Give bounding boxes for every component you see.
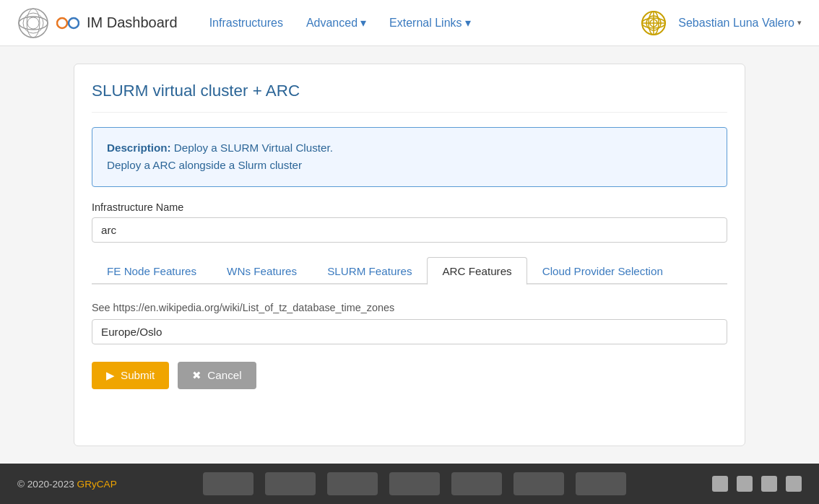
submit-button[interactable]: ▶ Submit: [92, 362, 169, 389]
external-links-dropdown-icon: ▾: [465, 16, 471, 30]
footer-logo-sprint: [451, 472, 502, 495]
tab-fe-node-features[interactable]: FE Node Features: [92, 257, 212, 284]
footer-logo-egi-energy: [389, 472, 440, 495]
main-card: SLURM virtual cluster + ARC Description:…: [74, 64, 745, 446]
user-menu[interactable]: Sebastian Luna Valero ▾: [678, 17, 802, 30]
infra-name-group: Infrastructure Name: [92, 201, 727, 243]
action-buttons: ▶ Submit ✖ Cancel: [92, 362, 727, 389]
tab-slurm-features[interactable]: SLURM Features: [312, 257, 427, 284]
svg-point-1: [23, 13, 43, 33]
footer-icons: [712, 476, 802, 492]
description-label: Description:: [107, 142, 171, 154]
infra-name-label: Infrastructure Name: [92, 201, 727, 213]
github-icon[interactable]: [712, 476, 728, 492]
nav-advanced[interactable]: Advanced ▾: [298, 10, 375, 35]
main-content: SLURM virtual cluster + ARC Description:…: [0, 46, 819, 464]
footer: © 2020-2023 GRyCAP: [0, 464, 819, 504]
description-box: Description: Deploy a SLURM Virtual Clus…: [92, 127, 727, 187]
globe-icon[interactable]: [641, 10, 667, 36]
tab-bar: FE Node Features WNs Features SLURM Feat…: [92, 257, 727, 284]
docker-icon[interactable]: [786, 476, 802, 492]
readthedocs-icon[interactable]: [737, 476, 753, 492]
advanced-dropdown-icon: ▾: [360, 16, 366, 30]
footer-logo-intertwin: [576, 472, 626, 495]
footer-copy: © 2020-2023 GRyCAP: [17, 479, 117, 490]
footer-logo-eosc-cloud: [203, 472, 254, 495]
submit-icon: ▶: [106, 369, 115, 382]
cancel-label: Cancel: [207, 369, 241, 381]
description-text: Deploy a SLURM Virtual Cluster.: [174, 142, 333, 154]
tab-cloud-provider-selection[interactable]: Cloud Provider Selection: [527, 257, 678, 284]
docs-icon[interactable]: [761, 476, 777, 492]
nav-links: Infrastructures Advanced ▾ External Link…: [201, 10, 618, 35]
timezone-input[interactable]: [92, 319, 727, 344]
brand-link[interactable]: IM Dashboard: [17, 7, 178, 39]
nav-infrastructures[interactable]: Infrastructures: [201, 11, 292, 35]
user-dropdown-icon: ▾: [797, 18, 802, 27]
tab-wns-features[interactable]: WNs Features: [212, 257, 312, 284]
arc-features-content: See https://en.wikipedia.org/wiki/List_o…: [92, 302, 727, 344]
cancel-icon: ✖: [192, 369, 202, 382]
cancel-button[interactable]: ✖ Cancel: [178, 362, 256, 389]
grycap-link[interactable]: GRyCAP: [77, 479, 117, 490]
svg-point-2: [27, 17, 39, 29]
page-title: SLURM virtual cluster + ARC: [92, 82, 727, 113]
nav-right: Sebastian Luna Valero ▾: [641, 10, 802, 36]
im-logo: [56, 14, 79, 32]
timezone-hint: See https://en.wikipedia.org/wiki/List_o…: [92, 302, 727, 313]
nav-external-links[interactable]: External Links ▾: [381, 10, 480, 35]
description-line2: Deploy a ARC alongside a Slurm cluster: [107, 159, 302, 171]
user-name: Sebastian Luna Valero: [678, 17, 794, 30]
svg-point-5: [57, 18, 67, 28]
footer-logo-egi-ace: [514, 472, 564, 495]
navbar: IM Dashboard Infrastructures Advanced ▾ …: [0, 0, 819, 46]
tab-arc-features[interactable]: ARC Features: [427, 257, 526, 284]
footer-logo-eoschange: [327, 472, 378, 495]
svg-point-6: [69, 18, 79, 28]
brand-title: IM Dashboard: [87, 14, 178, 31]
submit-label: Submit: [121, 369, 155, 381]
footer-logos: [134, 472, 695, 495]
footer-logo-deep: [265, 472, 316, 495]
infra-name-input[interactable]: [92, 217, 727, 243]
egi-logo: [17, 7, 49, 39]
